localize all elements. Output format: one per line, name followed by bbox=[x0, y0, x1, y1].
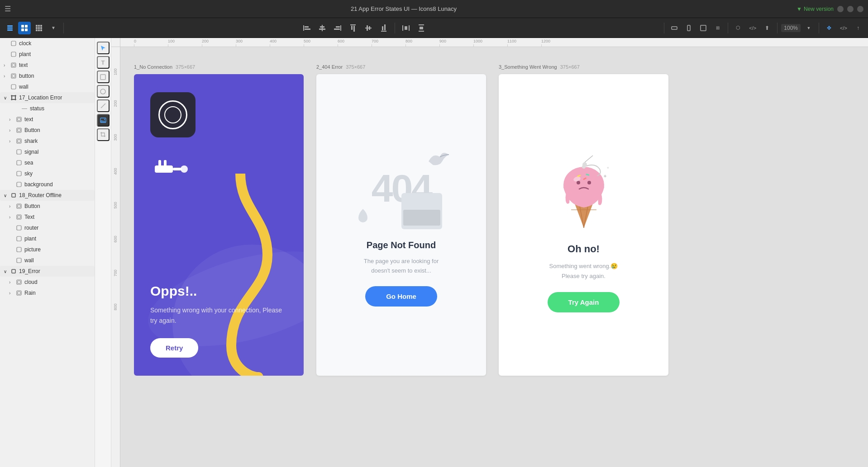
layer-item-wall-2[interactable]: wall bbox=[0, 255, 95, 266]
svg-rect-30 bbox=[369, 26, 370, 30]
close-button[interactable]: ✕ bbox=[857, 6, 863, 12]
distribute-v-button[interactable] bbox=[415, 22, 428, 34]
layer-section-18[interactable]: ∨ 18_Router Offline bbox=[0, 190, 95, 201]
layer-section-19[interactable]: ∨ 19_Error bbox=[0, 266, 95, 277]
frame-1-label: 1_No Connection 375×667 bbox=[134, 64, 195, 70]
maximize-button[interactable]: □ bbox=[847, 6, 854, 12]
mask-button[interactable]: ⬡ bbox=[732, 22, 744, 34]
zoom-selection-button[interactable]: ⊞ bbox=[711, 22, 724, 34]
layer-label: text bbox=[19, 62, 28, 68]
align-left-button[interactable] bbox=[300, 22, 313, 34]
layer-item-wall[interactable]: wall bbox=[0, 81, 95, 92]
svg-rect-70 bbox=[17, 226, 21, 230]
line-tool-button[interactable] bbox=[97, 99, 110, 112]
share-button[interactable]: ↑ bbox=[852, 22, 864, 34]
fit-height-button[interactable] bbox=[682, 22, 695, 34]
dropdown-button[interactable]: ▼ bbox=[47, 22, 60, 34]
new-version-button[interactable]: ▼ New version bbox=[796, 6, 834, 12]
frame-2-subtitle: The page you are looking fordoesn't seem… bbox=[364, 257, 439, 276]
align-center-h-button[interactable] bbox=[316, 22, 329, 34]
pan-tool-button[interactable]: ✥ bbox=[823, 22, 835, 34]
layer-item-button[interactable]: › button bbox=[0, 71, 95, 81]
group-icon bbox=[15, 289, 23, 297]
layer-item-signal[interactable]: signal bbox=[0, 146, 95, 157]
layer-item-background[interactable]: background bbox=[0, 179, 95, 190]
layer-label: plant bbox=[24, 236, 36, 242]
retry-button[interactable]: Retry bbox=[150, 338, 198, 358]
svg-rect-24 bbox=[334, 28, 340, 30]
text-tool-button[interactable]: T bbox=[97, 56, 110, 69]
svg-rect-79 bbox=[100, 75, 105, 80]
layer-item-router[interactable]: router bbox=[0, 222, 95, 233]
layer-item-text-1[interactable]: › text bbox=[0, 60, 95, 71]
layer-item-button-3[interactable]: › Button bbox=[0, 201, 95, 212]
layer-label: sky bbox=[24, 170, 33, 177]
horizontal-ruler: 0 100 200 300 400 500 600 bbox=[120, 38, 868, 47]
image-tool-button[interactable] bbox=[97, 114, 110, 127]
svg-rect-4 bbox=[25, 25, 28, 28]
top-bar-right: ▼ New version — □ ✕ bbox=[796, 6, 863, 12]
zoom-dropdown-button[interactable]: ▼ bbox=[802, 22, 815, 34]
align-right-button[interactable] bbox=[331, 22, 344, 34]
svg-rect-3 bbox=[21, 25, 24, 28]
grid-view-button[interactable] bbox=[33, 22, 45, 34]
file-icon bbox=[15, 170, 23, 177]
align-top-button[interactable] bbox=[347, 22, 359, 34]
code-export-button[interactable]: </> bbox=[837, 22, 850, 34]
go-home-button[interactable]: Go Home bbox=[365, 286, 437, 307]
layer-label: status bbox=[30, 105, 44, 112]
app-title: 21 App Error States UI — Icons8 Lunacy bbox=[351, 5, 457, 12]
expand-arrow: › bbox=[9, 215, 14, 220]
toolbar-divider-4 bbox=[728, 23, 728, 33]
layer-item-shark[interactable]: › shark bbox=[0, 136, 95, 146]
minimize-button[interactable]: — bbox=[837, 6, 844, 12]
layer-item-picture[interactable]: picture bbox=[0, 244, 95, 255]
layer-section-17[interactable]: ∨ 17_Location Error bbox=[0, 92, 95, 103]
code-view-button[interactable]: </> bbox=[746, 22, 759, 34]
layer-item-plant-2[interactable]: plant bbox=[0, 233, 95, 244]
layer-item-text-2[interactable]: › text bbox=[0, 114, 95, 125]
layer-item-plant[interactable]: plant bbox=[0, 49, 95, 60]
align-bottom-button[interactable] bbox=[377, 22, 390, 34]
svg-rect-12 bbox=[40, 27, 42, 29]
plug-icon bbox=[150, 156, 205, 183]
toolbar-divider-5 bbox=[777, 23, 777, 33]
top-bar: ☰ 21 App Error States UI — Icons8 Lunacy… bbox=[0, 0, 868, 18]
svg-text:✦: ✦ bbox=[603, 173, 607, 179]
select-tool-button[interactable] bbox=[97, 42, 110, 54]
layer-label: 19_Error bbox=[19, 268, 40, 274]
svg-rect-69 bbox=[18, 216, 20, 218]
layer-item-clock[interactable]: clock bbox=[0, 38, 95, 49]
toolbar-divider-1 bbox=[63, 23, 64, 33]
new-version-label: New version bbox=[804, 6, 834, 12]
fit-all-button[interactable] bbox=[697, 22, 710, 34]
group-icon bbox=[15, 116, 23, 123]
layer-item-sky[interactable]: sky bbox=[0, 168, 95, 179]
frame-3-subtitle: Something went wrong.😢Please try again. bbox=[549, 261, 618, 281]
align-middle-button[interactable] bbox=[362, 22, 375, 34]
layer-label: Text bbox=[24, 214, 34, 220]
layer-item-rain[interactable]: › Rain bbox=[0, 288, 95, 298]
frame-view-button[interactable] bbox=[18, 22, 31, 34]
file-icon bbox=[15, 181, 23, 188]
layer-item-cloud[interactable]: › cloud bbox=[0, 277, 95, 288]
vertical-ruler: 100 200 300 400 500 600 700 800 bbox=[111, 47, 120, 467]
layer-item-text-3[interactable]: › Text bbox=[0, 212, 95, 222]
alignment-tools bbox=[67, 22, 660, 34]
menu-icon[interactable]: ☰ bbox=[5, 5, 11, 13]
layer-item-sea[interactable]: sea bbox=[0, 157, 95, 168]
ellipse-tool-button[interactable] bbox=[97, 85, 110, 98]
distribute-h-button[interactable] bbox=[400, 22, 412, 34]
layer-item-status[interactable]: — status bbox=[0, 103, 95, 114]
layer-item-button-2[interactable]: › Button bbox=[0, 125, 95, 136]
rectangle-tool-button[interactable] bbox=[97, 71, 110, 83]
try-again-button[interactable]: Try Again bbox=[548, 292, 620, 312]
svg-rect-27 bbox=[353, 26, 355, 32]
crop-tool-button[interactable] bbox=[97, 128, 110, 141]
canvas-scroll[interactable]: 1_No Connection 375×667 bbox=[120, 47, 868, 467]
layers-toggle-button[interactable] bbox=[4, 22, 16, 34]
svg-rect-78 bbox=[18, 292, 20, 294]
fit-width-button[interactable] bbox=[668, 22, 681, 34]
teardrop-graphic bbox=[356, 207, 370, 225]
export-button[interactable]: ⬆ bbox=[761, 22, 773, 34]
